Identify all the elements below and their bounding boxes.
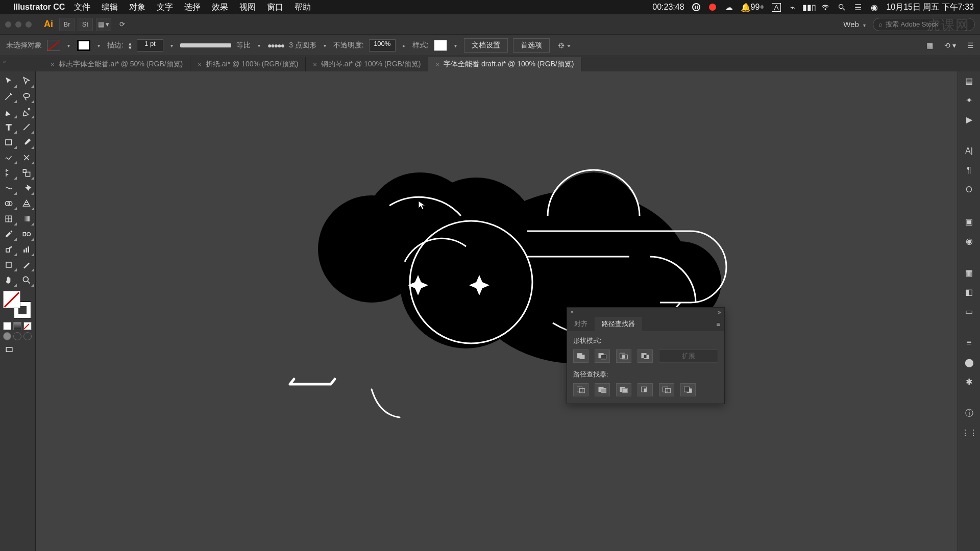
info-panel-icon[interactable]: ⓘ bbox=[963, 407, 975, 419]
menu-type[interactable]: 文字 bbox=[157, 2, 173, 13]
stroke-swatch[interactable] bbox=[77, 40, 90, 51]
paintbrush-tool[interactable] bbox=[18, 135, 36, 150]
shape-builder-tool[interactable] bbox=[0, 196, 18, 211]
color-mode-button[interactable] bbox=[3, 322, 11, 330]
appearance-panel-icon[interactable]: ◉ bbox=[963, 235, 975, 247]
tab-pathfinder[interactable]: 路径查找器 bbox=[595, 317, 642, 331]
merge-button[interactable] bbox=[616, 383, 631, 396]
menu-edit[interactable]: 编辑 bbox=[102, 2, 118, 13]
draw-behind-button[interactable] bbox=[13, 332, 21, 340]
brushes-panel-icon[interactable]: ⬤ bbox=[963, 356, 975, 368]
chevron-down-icon[interactable]: ▾ bbox=[168, 43, 175, 48]
document-tab[interactable]: ×折纸.ai* @ 100% (RGB/预览) bbox=[190, 57, 306, 71]
transform-panel-icon[interactable]: ▣ bbox=[963, 215, 975, 228]
document-setup-button[interactable]: 文档设置 bbox=[464, 38, 508, 53]
artboard-tool[interactable] bbox=[0, 257, 18, 272]
window-controls[interactable] bbox=[5, 21, 32, 28]
rotate-tool[interactable] bbox=[0, 165, 18, 181]
color-panel-icon[interactable]: ◧ bbox=[963, 286, 975, 298]
type-tool[interactable] bbox=[0, 119, 18, 135]
align-panel-icon[interactable]: ⋮⋮ bbox=[963, 427, 975, 439]
blend-tool[interactable] bbox=[18, 227, 36, 242]
chevron-down-icon[interactable]: ▾ bbox=[322, 43, 328, 48]
pause-icon[interactable] bbox=[692, 3, 701, 12]
stroke-profile[interactable] bbox=[180, 43, 231, 47]
properties-panel-icon[interactable]: ▤ bbox=[963, 74, 975, 87]
fill-swatch[interactable] bbox=[47, 40, 60, 51]
gradient-panel-icon[interactable]: ▭ bbox=[963, 305, 975, 317]
menu-object[interactable]: 对象 bbox=[129, 2, 145, 13]
opentype-panel-icon[interactable]: O bbox=[963, 184, 975, 196]
libraries-panel-icon[interactable]: ✦ bbox=[963, 94, 975, 106]
panel-menu-icon[interactable]: ≡ bbox=[712, 320, 724, 328]
trim-button[interactable] bbox=[595, 383, 610, 396]
style-swatch[interactable] bbox=[434, 40, 447, 51]
intersect-button[interactable] bbox=[616, 349, 631, 363]
swatches-panel-icon[interactable]: ▦ bbox=[963, 266, 975, 279]
hand-tool[interactable] bbox=[0, 272, 18, 288]
eyedropper-tool[interactable] bbox=[0, 227, 18, 242]
paragraph-panel-icon[interactable]: ¶ bbox=[963, 164, 975, 177]
battery-icon[interactable]: ▮▮▯ bbox=[804, 3, 814, 12]
unite-button[interactable] bbox=[573, 349, 589, 363]
stock-button[interactable]: St bbox=[78, 18, 93, 31]
eraser-tool[interactable] bbox=[18, 150, 36, 165]
document-tab[interactable]: ×钢的琴.ai* @ 100% (RGB/预览) bbox=[306, 57, 428, 71]
stroke-panel-icon[interactable]: ≡ bbox=[963, 337, 975, 349]
bridge-button[interactable]: Br bbox=[59, 18, 75, 31]
slice-tool[interactable] bbox=[18, 257, 36, 272]
app-menu[interactable]: Illustrator CC bbox=[13, 3, 65, 12]
draw-normal-button[interactable] bbox=[3, 332, 11, 340]
scale-tool[interactable] bbox=[18, 165, 36, 181]
pen-tool[interactable] bbox=[0, 104, 18, 119]
minus-front-button[interactable] bbox=[595, 349, 610, 363]
gpu-button[interactable]: ⟳ bbox=[114, 18, 130, 31]
minus-back-button[interactable] bbox=[680, 383, 696, 396]
none-mode-button[interactable] bbox=[23, 322, 32, 330]
free-transform-tool[interactable] bbox=[18, 181, 36, 196]
menu-help[interactable]: 帮助 bbox=[295, 2, 311, 13]
pathfinder-panel[interactable]: × » 对齐 路径查找器 ≡ 形状模式: 扩展 路径查找器: bbox=[567, 307, 725, 404]
clock[interactable]: 10月15日 周五 下午7:33 bbox=[886, 2, 974, 13]
close-icon[interactable]: × bbox=[435, 61, 439, 68]
chevron-down-icon[interactable]: ▾ bbox=[452, 43, 459, 48]
input-source-icon[interactable]: A bbox=[772, 3, 781, 12]
wifi-icon[interactable] bbox=[821, 3, 830, 12]
fill-stroke-indicator[interactable] bbox=[3, 291, 31, 319]
screen-mode-button[interactable] bbox=[0, 342, 18, 358]
chevron-right-icon[interactable]: ▸ bbox=[401, 43, 407, 48]
document-tab[interactable]: ×标志字体全能番.ai* @ 50% (RGB/预览) bbox=[43, 57, 190, 71]
document-tab[interactable]: ×字体全能番 draft.ai* @ 100% (RGB/预览) bbox=[428, 57, 581, 71]
canvas[interactable]: × » 对齐 路径查找器 ≡ 形状模式: 扩展 路径查找器: bbox=[36, 71, 958, 551]
transform-button[interactable]: ⟲ ▾ bbox=[944, 41, 956, 49]
chevron-down-icon[interactable]: ▾ bbox=[95, 43, 102, 48]
magic-wand-tool[interactable] bbox=[0, 89, 18, 104]
bluetooth-icon[interactable]: ⌁ bbox=[788, 3, 797, 12]
actions-panel-icon[interactable]: ▶ bbox=[963, 113, 975, 126]
menu-effect[interactable]: 效果 bbox=[212, 2, 228, 13]
width-tool[interactable] bbox=[0, 181, 18, 196]
crop-button[interactable] bbox=[638, 383, 653, 396]
preferences-button[interactable]: 首选项 bbox=[513, 38, 550, 53]
menu-view[interactable]: 视图 bbox=[239, 2, 256, 13]
symbol-sprayer-tool[interactable] bbox=[0, 242, 18, 257]
menu-select[interactable]: 选择 bbox=[184, 2, 201, 13]
selection-tool[interactable] bbox=[0, 73, 18, 89]
fill-box[interactable] bbox=[3, 291, 20, 308]
menu-window[interactable]: 窗口 bbox=[267, 2, 283, 13]
control-center-icon[interactable]: ☰ bbox=[853, 3, 863, 12]
menu-file[interactable]: 文件 bbox=[74, 2, 90, 13]
close-icon[interactable]: × bbox=[51, 61, 55, 68]
siri-icon[interactable]: ◉ bbox=[870, 3, 879, 12]
draw-inside-button[interactable] bbox=[23, 332, 32, 340]
outline-button[interactable] bbox=[659, 383, 674, 396]
rectangle-tool[interactable] bbox=[0, 135, 18, 150]
mesh-tool[interactable] bbox=[0, 211, 18, 227]
lasso-tool[interactable] bbox=[18, 89, 36, 104]
exclude-button[interactable] bbox=[638, 349, 653, 363]
symbols-panel-icon[interactable]: ✱ bbox=[963, 375, 975, 388]
record-icon[interactable] bbox=[708, 3, 717, 12]
curvature-tool[interactable] bbox=[18, 104, 36, 119]
stroke-stepper-icon[interactable]: ▴▾ bbox=[129, 41, 132, 49]
stroke-weight-input[interactable]: 1 pt bbox=[137, 39, 163, 52]
